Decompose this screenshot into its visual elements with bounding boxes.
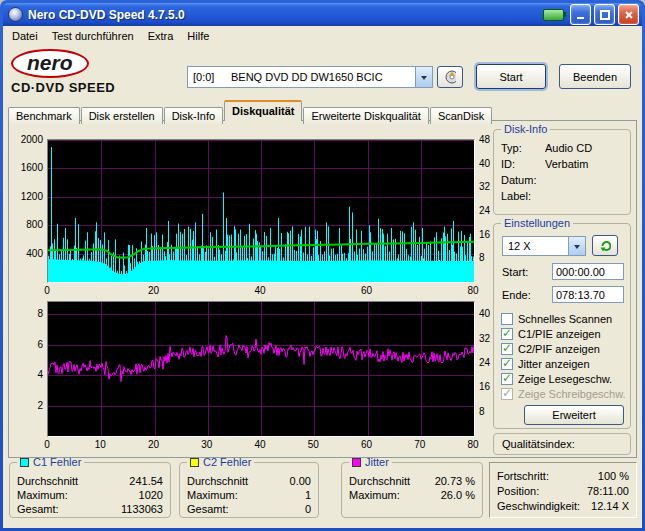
refresh-icon [599,239,611,253]
settings-group: Einstellungen 12 X Start: Ende: Schnelle… [493,223,631,429]
stat-row: Durchschnitt0.00 [187,474,311,488]
drive-name-label: BENQ DVD DD DW1650 BCIC [231,71,383,83]
axis-tick-label: 0 [35,439,59,450]
axis-tick-label: 80 [461,439,485,450]
stat-label: Durchschnitt [187,474,248,488]
checkbox-label: Zeige Lesegeschw. [518,373,612,385]
axis-tick-label: 2 [15,400,43,411]
axis-tick-label: 2000 [15,134,43,145]
progress-value: 78:11.00 [587,484,629,499]
axis-tick-label: 40 [248,285,272,296]
checkbox-schnelles-scannen[interactable]: Schnelles Scannen [501,311,627,326]
checkbox-label: Jitter anzeigen [518,358,590,370]
tab-disk-erstellen[interactable]: Disk erstellen [81,107,163,124]
disk-info-label: Typ: [501,140,545,156]
color-swatch-icon [20,458,29,467]
speed-value-label: 12 X [508,240,531,252]
axis-tick-label: 0 [35,285,59,296]
jitter-chart-canvas [47,301,475,437]
logo-speed-text: CD·DVD SPEED [11,80,181,95]
end-time-field[interactable] [552,286,624,303]
axis-tick-label: 40 [248,439,272,450]
progress-row-geschwindigkeit: Geschwindigkeit:12.14 X [497,499,629,514]
color-swatch-icon [190,458,199,467]
checkbox-box-icon[interactable] [501,343,513,355]
disk-info-title: Disk-Info [501,123,550,136]
settings-checkboxes: Schnelles ScannenC1/PIE anzeigenC2/PIF a… [501,311,627,401]
drive-select-combo[interactable]: [0:0] BENQ DVD DD DW1650 BCIC [187,66,433,88]
checkbox-c1-pie-anzeigen[interactable]: C1/PIE anzeigen [501,326,627,341]
axis-tick-label: 50 [301,439,325,450]
checkbox-box-icon[interactable] [501,373,513,385]
disk-info-value: Audio CD [545,140,623,156]
progress-value: 100 % [598,469,629,484]
stat-label: Maximum: [349,488,400,502]
checkbox-zeige-lesegeschw[interactable]: Zeige Lesegeschw. [501,371,627,386]
progress-label: Position: [497,484,539,499]
disk-info-row: ID:Verbatim [494,156,630,172]
stat-value: 0.00 [290,474,311,488]
stat-label: Maximum: [187,488,238,502]
menu-bar: DateiTest durchführenExtraHilfe [3,26,642,46]
checkbox-box-icon[interactable] [501,313,513,325]
maximize-icon [599,9,611,21]
stat-rows: Durchschnitt0.00Maximum:1Gesamt:0 [180,463,318,516]
disk-info-rows: Typ:Audio CDID:VerbatimDatum:Label: [494,130,630,204]
dropdown-arrow-icon[interactable] [415,67,432,87]
stat-row: Gesamt:1133063 [17,502,163,516]
start-button[interactable]: Start [476,64,546,89]
tab-benchmark[interactable]: Benchmark [8,107,80,124]
axis-tick-label: 6 [15,339,43,350]
disk-info-value [545,188,623,204]
disk-info-label: Datum: [501,172,545,188]
tab-disk-info[interactable]: Disk-Info [164,107,223,124]
axis-tick-label: 80 [461,285,485,296]
close-icon [623,9,635,21]
color-swatch-icon [352,458,361,467]
window-client-area: DateiTest durchführenExtraHilfe nero CD·… [3,26,642,528]
checkbox-box-icon[interactable] [501,328,513,340]
stat-group-c1-fehler: C1 FehlerDurchschnitt241.54Maximum:1020G… [9,462,171,518]
title-bar: Nero CD-DVD Speed 4.7.5.0 [3,3,642,26]
logo-nero-text: nero [11,49,89,78]
drive-bus-label: [0:0] [193,71,231,83]
quit-button[interactable]: Beenden [559,64,631,89]
checkbox-zeige-schreibgeschw: Zeige Schreibgeschw. [501,386,627,401]
menu-item-datei[interactable]: Datei [5,28,45,44]
tab-erweiterte-diskqualitaet[interactable]: Erweiterte Diskqualität [303,107,428,124]
checkbox-jitter-anzeigen[interactable]: Jitter anzeigen [501,356,627,371]
axis-tick-label: 8 [15,308,43,319]
checkbox-c2-pif-anzeigen[interactable]: C2/PIF anzeigen [501,341,627,356]
dropdown-arrow-icon[interactable] [568,237,585,255]
maximize-button[interactable] [594,4,615,25]
checkbox-box-icon[interactable] [501,358,513,370]
menu-item-test-durchfuehren[interactable]: Test durchführen [45,28,141,44]
stat-label: Durchschnitt [17,474,78,488]
eject-button[interactable] [437,66,463,88]
speed-select-combo[interactable]: 12 X [502,236,586,256]
progress-value: 12.14 X [591,499,629,514]
disk-info-row: Datum: [494,172,630,188]
advanced-button[interactable]: Erweitert [524,405,624,425]
start-time-field[interactable] [552,263,624,280]
checkbox-label: Schnelles Scannen [518,313,612,325]
disk-info-row: Typ:Audio CD [494,140,630,156]
menu-item-extra[interactable]: Extra [141,28,181,44]
app-icon [8,7,23,22]
stat-label: Gesamt: [17,502,59,516]
stat-row: Maximum:1 [187,488,311,502]
stat-row: Maximum:26.0 % [349,488,475,502]
nero-logo: nero CD·DVD SPEED [11,49,181,99]
progress-row-position: Position:78:11.00 [497,484,629,499]
minimize-button[interactable] [570,4,591,25]
tab-scandisk[interactable]: ScanDisk [430,107,492,124]
stat-value: 241.54 [129,474,163,488]
tab-diskqualitaet[interactable]: Diskqualität [224,100,302,121]
menu-item-hilfe[interactable]: Hilfe [180,28,216,44]
stat-value: 1 [305,488,311,502]
refresh-speed-button[interactable] [592,235,618,256]
disk-info-row: Label: [494,188,630,204]
close-button[interactable] [618,4,639,25]
stat-value: 1020 [139,488,163,502]
stat-value: 20.73 % [435,474,475,488]
